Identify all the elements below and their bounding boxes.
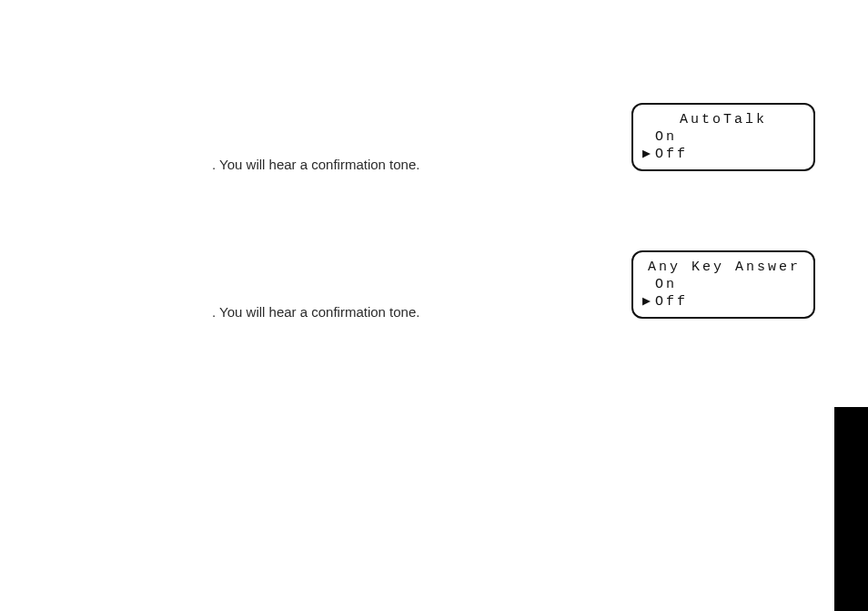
lcd-autotalk: AutoTalk On ▶ Off [631,103,815,171]
lcd-anykeyanswer: Any Key Answer On ▶ Off [631,250,815,319]
lcd-autotalk-option-off: Off [655,147,688,164]
lcd-anykeyanswer-row-off: ▶ Off [642,294,804,311]
cursor-icon: ▶ [642,294,655,311]
instruction-text-2: . You will hear a confirmation tone. [212,304,419,320]
lcd-anykeyanswer-option-on: On [655,277,677,294]
cursor-icon: ▶ [642,147,655,164]
instruction-text-1: . You will hear a confirmation tone. [212,157,419,172]
lcd-anykeyanswer-row-on: On [642,277,804,294]
page-index-tab [834,407,868,611]
lcd-anykeyanswer-title: Any Key Answer [642,260,804,275]
lcd-autotalk-row-on: On [642,129,804,147]
lcd-autotalk-option-on: On [655,129,677,147]
lcd-autotalk-row-off: ▶ Off [642,147,804,164]
lcd-autotalk-title: AutoTalk [642,112,804,127]
lcd-anykeyanswer-option-off: Off [655,294,688,311]
